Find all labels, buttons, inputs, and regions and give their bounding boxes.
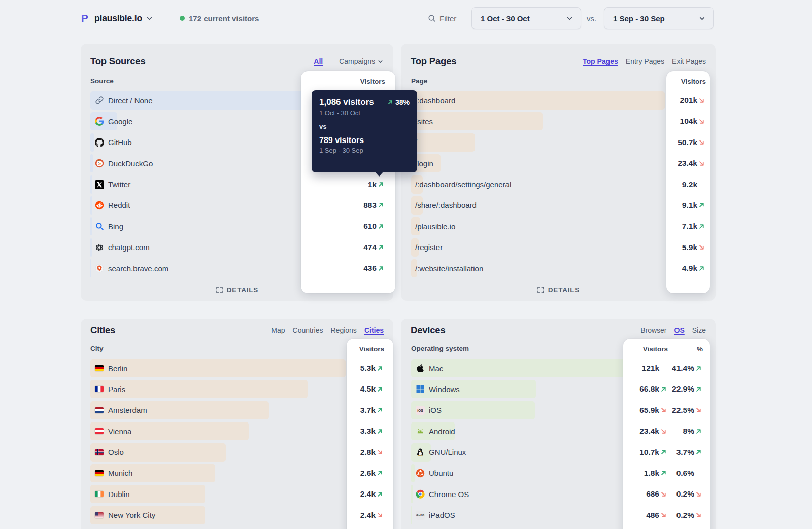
trend-arrow-icon — [377, 385, 384, 393]
country-flag-icon — [95, 491, 104, 497]
top-pages-panel: Top Pages Top PagesEntry PagesExit Pages… — [401, 44, 716, 301]
list-item[interactable]: iOSiOS — [411, 401, 638, 419]
list-item[interactable]: /sites — [411, 112, 665, 130]
list-item[interactable]: /plausible.io — [411, 217, 665, 235]
tab[interactable]: Size — [692, 326, 706, 334]
value-row: 3.7k — [347, 401, 393, 419]
tab[interactable]: Regions — [331, 326, 357, 334]
site-switcher[interactable]: P plausible.io — [80, 0, 153, 37]
os-icon — [416, 427, 425, 436]
country-flag-icon — [95, 449, 104, 455]
trend-arrow-icon — [660, 365, 668, 372]
tooltip-change: 38% — [395, 98, 410, 107]
list-item[interactable]: GNU/Linux — [411, 443, 638, 462]
value-row: 104k — [666, 112, 710, 130]
list-item[interactable]: /register — [411, 238, 665, 257]
tooltip-primary-period: 1 Oct - 30 Oct — [319, 109, 410, 117]
trend-arrow-icon — [695, 512, 703, 519]
compare-range-dropdown[interactable]: 1 Sep - 30 Sep — [604, 7, 714, 29]
list-item[interactable]: Munich — [90, 464, 346, 482]
list-item[interactable]: Paris — [90, 380, 346, 398]
bar — [411, 359, 638, 377]
tab[interactable]: Top Pages — [583, 57, 618, 65]
tab[interactable]: Campaigns — [339, 57, 384, 65]
list-item[interactable]: Amsterdam — [90, 401, 346, 419]
plausible-logo: P — [80, 13, 91, 24]
visitors-card: Visitors % 121k41.4%66.8k22.9%65.9k22.5%… — [623, 339, 710, 529]
trend-arrow-icon — [378, 181, 385, 188]
vs-label: vs. — [587, 0, 596, 37]
tab[interactable]: Cities — [364, 326, 384, 334]
value-row: 201k — [666, 91, 710, 110]
expand-icon — [537, 286, 545, 294]
tab[interactable]: All — [314, 57, 331, 65]
chevron-down-icon — [566, 15, 573, 22]
list-item[interactable]: Chrome OS — [411, 485, 638, 503]
list-item[interactable]: Android — [411, 422, 638, 440]
tab[interactable]: OS — [674, 326, 685, 334]
trend-arrow-icon — [695, 470, 703, 477]
country-flag-icon — [95, 470, 104, 476]
value-row: 7.1k — [666, 217, 710, 235]
list-item[interactable]: /login — [411, 154, 665, 172]
visitors-card: Visitors 5.3k4.5k3.7k3.3k2.8k2.6k2.4k2.4… — [347, 339, 393, 529]
country-flag-icon — [95, 386, 104, 392]
value-row: 2.6k — [347, 464, 393, 482]
value-row: 4.5k — [347, 380, 393, 398]
trend-arrow-icon — [660, 385, 668, 393]
source-icon — [95, 117, 104, 126]
value-row: 2.8k — [347, 443, 393, 462]
chevron-down-icon — [377, 58, 384, 65]
value-row: 10.7k3.7% — [623, 443, 710, 462]
chevron-down-icon — [698, 15, 706, 22]
list-item[interactable]: Oslo — [90, 443, 346, 462]
bar — [90, 359, 346, 377]
value-row: 610 — [301, 217, 395, 235]
value-row: 23.4k8% — [623, 422, 710, 440]
list-item[interactable]: /:dashboard/settings/general — [411, 175, 665, 194]
tab[interactable]: Exit Pages — [672, 57, 706, 65]
tab[interactable]: Entry Pages — [626, 57, 664, 65]
list-item[interactable]: New York City — [90, 506, 346, 524]
list-item[interactable]: iPadOSiPadOS — [411, 506, 638, 524]
tab[interactable]: Countries — [293, 326, 323, 334]
source-icon — [95, 264, 104, 273]
visitors-card: Visitors 201k104k50.7k23.4k9.2k9.1k7.1k5… — [666, 71, 710, 293]
list-item[interactable]: /share/:dashboard — [411, 196, 665, 215]
list-item[interactable]: Mac — [411, 359, 638, 377]
filter-button[interactable]: Filter — [428, 0, 456, 37]
list-item[interactable]: Ubuntu — [411, 464, 638, 482]
cities-panel: Cities MapCountriesRegionsCities City Be… — [81, 319, 393, 529]
bar — [90, 154, 93, 172]
value-row: 2.4k — [347, 485, 393, 503]
trend-arrow-icon — [377, 428, 384, 435]
list-item[interactable]: Vienna — [90, 422, 346, 440]
list-item[interactable]: Berlin — [90, 359, 346, 377]
tab[interactable]: Map — [271, 326, 285, 334]
trend-arrow-icon — [695, 490, 703, 498]
list-item[interactable]: Dublin — [90, 485, 346, 503]
analytics-dashboard: P plausible.io 172 current visitors Filt… — [0, 0, 812, 529]
column-header: City — [90, 345, 104, 352]
value-row: 1k — [301, 175, 395, 194]
os-icon — [416, 364, 425, 373]
column-headers: Visitors % — [623, 345, 710, 353]
trend-arrow-icon — [377, 470, 384, 477]
trend-arrow-icon — [378, 265, 385, 272]
list-item[interactable]: /:website/installation — [411, 259, 665, 277]
list-item[interactable]: Windows — [411, 380, 638, 398]
tooltip-vs-label: vs — [319, 123, 410, 130]
os-list: MacWindowsiOSiOSAndroidGNU/LinuxUbuntuCh… — [411, 359, 638, 527]
trend-arrow-icon — [698, 160, 706, 167]
trend-arrow-icon — [660, 512, 668, 519]
column-header: Visitors — [666, 78, 710, 85]
tab[interactable]: Browser — [640, 326, 666, 334]
value-row: 9.1k — [666, 196, 710, 215]
bar — [411, 133, 475, 152]
source-icon — [95, 222, 104, 231]
trend-arrow-icon — [698, 97, 706, 104]
trend-arrow-icon — [377, 407, 384, 414]
date-range-dropdown[interactable]: 1 Oct - 30 Oct — [471, 7, 581, 29]
list-item[interactable]: / — [411, 133, 665, 152]
list-item[interactable]: /:dashboard — [411, 91, 665, 110]
